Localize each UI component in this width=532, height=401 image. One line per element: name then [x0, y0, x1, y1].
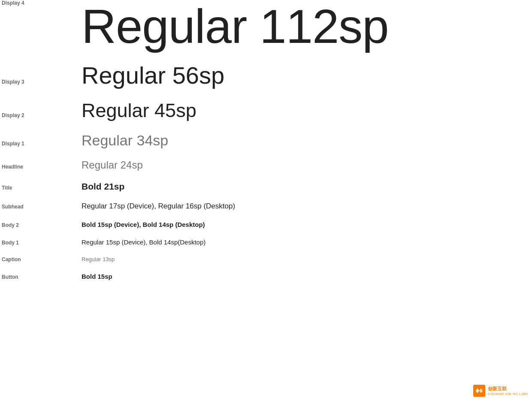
type-sample-display4: Regular 112sp [82, 0, 532, 53]
watermark-text: 创新互联 CHUANG XIN HU LIAN [488, 386, 528, 396]
type-sample-display3: Regular 56sp [82, 61, 532, 89]
type-sample-subhead: Regular 17sp (Device), Regular 16sp (Des… [82, 202, 532, 211]
type-label-headline: Headline [0, 164, 82, 170]
type-label-display4: Display 4 [0, 0, 82, 6]
type-label-body1: Body 1 [0, 240, 82, 246]
type-row-display3: Display 3 Regular 56sp [0, 57, 532, 93]
type-sample-display2: Regular 45sp [82, 99, 532, 122]
type-row-caption: Caption Regular 13sp [0, 252, 532, 267]
type-label-body2: Body 2 [0, 222, 82, 228]
type-sample-caption: Regular 13sp [82, 256, 532, 262]
type-label-caption: Caption [0, 256, 82, 262]
type-label-title: Title [0, 185, 82, 191]
type-row-subhead: Subhead Regular 17sp (Device), Regular 1… [0, 198, 532, 215]
type-row-body1: Body 1 Regular 15sp (Device), Bold 14sp(… [0, 234, 532, 250]
type-sample-body2: Bold 15sp (Device), Bold 14sp (Desktop) [82, 221, 532, 228]
type-row-title: Title Bold 21sp [0, 177, 532, 196]
type-row-headline: Headline Regular 24sp [0, 155, 532, 175]
type-label-display1: Display 1 [0, 141, 82, 147]
type-sample-body1: Regular 15sp (Device), Bold 14sp(Desktop… [82, 238, 532, 246]
type-row-display2: Display 2 Regular 45sp [0, 95, 532, 126]
type-label-display2: Display 2 [0, 112, 82, 118]
type-sample-title: Bold 21sp [82, 181, 532, 192]
type-row-display4: Display 4 Regular 112sp [0, 0, 532, 57]
watermark-logo-icon [473, 385, 485, 397]
type-sample-headline: Regular 24sp [82, 159, 532, 171]
type-sample-button: Bold 15sp [82, 273, 532, 280]
type-row-display1: Display 1 Regular 34sp [0, 128, 532, 153]
watermark: 创新互联 CHUANG XIN HU LIAN [473, 385, 528, 397]
type-sample-display1: Regular 34sp [82, 132, 532, 149]
type-scale-container: Display 4 Regular 112sp Display 3 Regula… [0, 0, 532, 303]
type-row-button: Button Bold 15sp [0, 268, 532, 284]
type-label-subhead: Subhead [0, 204, 82, 210]
type-label-button: Button [0, 274, 82, 280]
type-label-display3: Display 3 [0, 79, 82, 85]
type-row-body2: Body 2 Bold 15sp (Device), Bold 14sp (De… [0, 217, 532, 232]
